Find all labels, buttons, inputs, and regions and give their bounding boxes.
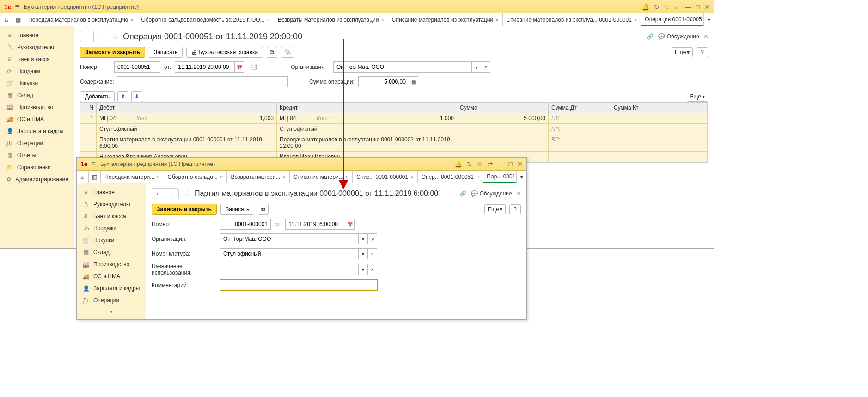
maximize-icon[interactable]: □ bbox=[696, 3, 700, 11]
number-input[interactable] bbox=[220, 219, 271, 230]
col-sumkt[interactable]: Сумма Кт bbox=[611, 103, 708, 113]
favorite-icon[interactable]: ☆ bbox=[183, 189, 191, 199]
dropdown-icon[interactable]: ▾ bbox=[472, 61, 481, 73]
tab-5[interactable]: Операция 0001-000051 от 11.11.2019 20:00… bbox=[641, 13, 703, 26]
inner-tab-2[interactable]: Возвраты матери...× bbox=[227, 171, 289, 183]
sidebar-item-manager[interactable]: 〽Руководителю bbox=[0, 41, 74, 53]
sidebar-item-sales[interactable]: 🛍Продажи bbox=[77, 222, 146, 234]
tab-close-icon[interactable]: × bbox=[346, 174, 348, 180]
tab-dropdown[interactable]: ▾ bbox=[703, 13, 714, 26]
number-input[interactable] bbox=[114, 61, 160, 73]
inner-tab-3[interactable]: Списание матери...× bbox=[290, 171, 353, 183]
tab-close-icon[interactable]: × bbox=[130, 17, 133, 23]
open-ref-icon[interactable]: ↗ bbox=[481, 61, 490, 73]
tab-close-icon[interactable]: × bbox=[410, 174, 413, 180]
print-button[interactable]: 🖨 Бухгалтерская справка bbox=[186, 47, 263, 58]
link-icon[interactable]: 🔗 bbox=[459, 190, 466, 197]
inner-tab-5[interactable]: Опер... 0001-000051× bbox=[418, 171, 483, 183]
sidebar-item-sales[interactable]: 🛍Продажи bbox=[0, 65, 74, 77]
forward-icon[interactable]: → bbox=[165, 189, 178, 199]
tab-3[interactable]: Списание материалов из эксплуатации× bbox=[388, 13, 503, 26]
col-sumdt[interactable]: Сумма Дт bbox=[549, 103, 611, 113]
options-icon[interactable]: ⇄ bbox=[675, 3, 680, 11]
tab-close-icon[interactable]: × bbox=[282, 174, 285, 180]
inner-tab-6[interactable]: Пар... 0001-000001× bbox=[483, 171, 516, 183]
col-debit[interactable]: Дебет bbox=[97, 103, 277, 113]
open-calendar-icon[interactable]: 📑 bbox=[248, 62, 260, 72]
org-input[interactable] bbox=[333, 61, 472, 73]
options-icon[interactable]: ⇄ bbox=[488, 160, 493, 168]
panels-icon[interactable]: ▥ bbox=[89, 171, 101, 183]
calc-icon[interactable]: ▦ bbox=[409, 76, 418, 87]
sidebar-item-main[interactable]: ≡Главное bbox=[0, 29, 74, 41]
tab-dropdown[interactable]: ▾ bbox=[516, 171, 526, 183]
tab-close-icon[interactable]: × bbox=[267, 17, 270, 23]
tab-close-icon[interactable]: × bbox=[476, 174, 479, 180]
history-icon[interactable]: ↻ bbox=[654, 3, 660, 11]
more-dropdown[interactable]: Еще▾ bbox=[484, 204, 506, 214]
sidebar-item-salary[interactable]: 👤Зарплата и кадры bbox=[0, 125, 74, 137]
calendar-icon[interactable]: 📅 bbox=[235, 61, 244, 73]
sidebar-item-refs[interactable]: 📁Справочники bbox=[0, 161, 74, 173]
sidebar-item-assets[interactable]: 🚚ОС и НМА bbox=[0, 113, 74, 125]
copy-icon-button[interactable]: ⧉ bbox=[267, 47, 277, 58]
col-sum[interactable]: Сумма bbox=[457, 103, 549, 113]
maximize-icon[interactable]: □ bbox=[509, 160, 513, 168]
tab-1[interactable]: Оборотно-сальдовая ведомость за 2019 г. … bbox=[137, 13, 274, 26]
bell-icon[interactable]: 🔔 bbox=[454, 160, 462, 168]
minimize-icon[interactable]: — bbox=[685, 3, 691, 11]
sidebar-item-bank[interactable]: ₽Банк и касса bbox=[0, 53, 74, 65]
panels-icon[interactable]: ▥ bbox=[12, 13, 24, 26]
tab-close-icon[interactable]: × bbox=[495, 17, 498, 23]
tab-2[interactable]: Возвраты материалов из эксплуатации× bbox=[274, 13, 388, 26]
sidebar-item-production[interactable]: 🏭Производство bbox=[0, 101, 74, 113]
inner-tab-0[interactable]: Передача матери...× bbox=[101, 171, 164, 183]
back-icon[interactable]: ← bbox=[80, 31, 94, 42]
hamburger-icon[interactable]: ≡ bbox=[92, 160, 96, 168]
date-input[interactable] bbox=[175, 61, 235, 73]
open-ref-icon[interactable]: ↗ bbox=[368, 233, 377, 244]
dropdown-icon[interactable]: ▾ bbox=[359, 248, 368, 249]
copy-icon-button[interactable]: ⧉ bbox=[258, 204, 269, 215]
home-icon[interactable]: ⌂ bbox=[77, 171, 89, 183]
discuss-button[interactable]: 💬Обсуждение bbox=[471, 190, 512, 197]
back-icon[interactable]: ← bbox=[152, 189, 165, 199]
desc-input[interactable] bbox=[117, 76, 288, 87]
tab-close-icon[interactable]: × bbox=[634, 17, 637, 23]
minimize-icon[interactable]: — bbox=[498, 160, 504, 168]
grid-row-1[interactable]: 1 МЦ.04 Кол.: 1,000 МЦ.04 Кол.: 1,000 5 … bbox=[80, 113, 708, 162]
attach-icon-button[interactable]: 📎 bbox=[281, 47, 294, 58]
nav-back-fwd[interactable]: ←→ bbox=[152, 188, 179, 199]
sidebar-item-bank[interactable]: ₽Банк и касса bbox=[77, 210, 146, 222]
nomenclature-input[interactable] bbox=[220, 248, 359, 249]
link-icon[interactable]: 🔗 bbox=[647, 33, 654, 40]
clear-icon[interactable]: × bbox=[368, 248, 377, 249]
add-button[interactable]: Добавить bbox=[80, 91, 115, 102]
close-icon[interactable]: ✕ bbox=[704, 3, 710, 11]
inner-tab-4[interactable]: Спис... 0001-000001× bbox=[353, 171, 417, 183]
move-up-icon[interactable]: ⬆ bbox=[117, 91, 128, 102]
sidebar-item-warehouse[interactable]: ▦Склад bbox=[0, 89, 74, 101]
sidebar-item-reports[interactable]: ▥Отчеты bbox=[0, 149, 74, 161]
tab-4[interactable]: Списание материалов из эксплуа... 0001-0… bbox=[503, 13, 642, 26]
tab-close-icon[interactable]: × bbox=[220, 174, 223, 180]
hamburger-icon[interactable]: ≡ bbox=[15, 3, 19, 11]
close-doc-icon[interactable]: × bbox=[704, 32, 708, 41]
help-button[interactable]: ? bbox=[509, 204, 521, 214]
date-input[interactable] bbox=[285, 219, 345, 230]
org-input[interactable] bbox=[220, 233, 359, 244]
favorite-icon[interactable]: ☆ bbox=[112, 31, 119, 42]
save-close-button[interactable]: Записать и закрыть bbox=[152, 204, 217, 215]
calendar-icon[interactable]: 📅 bbox=[345, 219, 355, 230]
help-button[interactable]: ? bbox=[697, 47, 708, 57]
discuss-button[interactable]: 💬Обсуждение bbox=[658, 33, 699, 40]
nav-back-fwd[interactable]: ←→ bbox=[80, 31, 107, 42]
sidebar-item-main[interactable]: ≡Главное bbox=[77, 186, 146, 198]
sidebar-item-warehouse[interactable]: ▦Склад bbox=[77, 246, 146, 249]
star-icon[interactable]: ☆ bbox=[477, 160, 483, 168]
tab-0[interactable]: Передача материалов в эксплуатацию× bbox=[24, 13, 137, 26]
table-more-dropdown[interactable]: Еще▾ bbox=[687, 92, 708, 102]
col-credit[interactable]: Кредит bbox=[277, 103, 457, 113]
inner-tab-1[interactable]: Оборотно-сальдо...× bbox=[164, 171, 227, 183]
close-doc-icon[interactable]: × bbox=[517, 189, 521, 198]
